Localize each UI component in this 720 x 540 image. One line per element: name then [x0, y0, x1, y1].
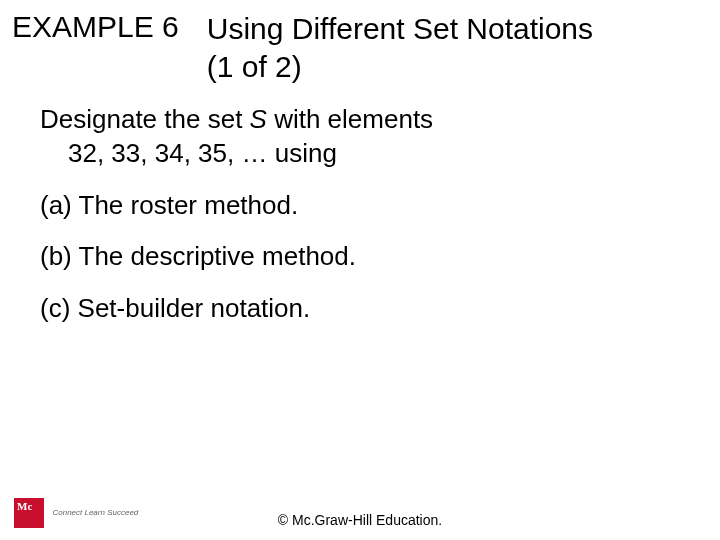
- prompt-line-1: Designate the set S with elements: [40, 103, 680, 137]
- slide-title: Using Different Set Notations (1 of 2): [207, 10, 593, 85]
- slide-footer: Connect Learn Succeed © Mc.Graw-Hill Edu…: [0, 490, 720, 532]
- option-c: (c) Set-builder notation.: [40, 292, 680, 326]
- prompt-text: Designate the set S with elements 32, 33…: [40, 103, 680, 171]
- option-b: (b) The descriptive method.: [40, 240, 680, 274]
- prompt-line-2: 32, 33, 34, 35, … using: [40, 137, 680, 171]
- slide-body: Designate the set S with elements 32, 33…: [0, 85, 720, 326]
- set-variable: S: [250, 104, 267, 134]
- title-line-2: (1 of 2): [207, 48, 593, 86]
- example-label: EXAMPLE 6: [12, 10, 207, 44]
- option-a: (a) The roster method.: [40, 189, 680, 223]
- slide-header: EXAMPLE 6 Using Different Set Notations …: [0, 0, 720, 85]
- title-line-1: Using Different Set Notations: [207, 10, 593, 48]
- prompt-pre: Designate the set: [40, 104, 250, 134]
- prompt-post: with elements: [267, 104, 433, 134]
- copyright-text: © Mc.Graw-Hill Education.: [0, 512, 720, 528]
